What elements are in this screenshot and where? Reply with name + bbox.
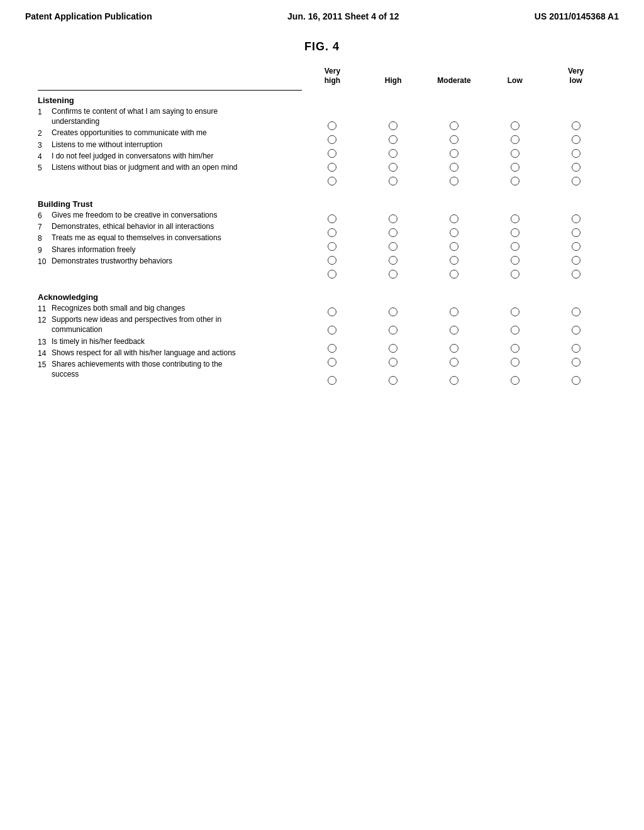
radio-circle[interactable]: [450, 149, 458, 158]
radio-circle[interactable]: [511, 163, 519, 172]
radio-circle[interactable]: [450, 256, 458, 265]
radio-circle[interactable]: [511, 242, 519, 251]
radio-circle[interactable]: [450, 270, 458, 279]
radio-circle[interactable]: [511, 149, 519, 158]
radio-circle[interactable]: [511, 228, 519, 237]
radio-circle[interactable]: [511, 307, 519, 316]
radio-circle[interactable]: [572, 270, 580, 279]
list-item: 3 Listens to me without interruption: [38, 140, 302, 150]
radio-circle[interactable]: [328, 256, 336, 265]
radio-circle[interactable]: [572, 326, 580, 335]
section-listening: Listening 1 Confirms te content of what …: [38, 90, 606, 188]
radio-circle[interactable]: [511, 135, 519, 144]
radio-circle[interactable]: [328, 177, 336, 185]
radio-circle[interactable]: [389, 376, 397, 385]
radio-circle[interactable]: [572, 376, 580, 385]
radio-circle[interactable]: [328, 242, 336, 251]
radio-circle[interactable]: [450, 344, 458, 353]
radio-circle[interactable]: [511, 177, 519, 185]
category-acknowledging: Acknowledging: [38, 287, 302, 303]
list-item: 4 I do not feel judged in conversatons w…: [38, 151, 302, 161]
radio-circle[interactable]: [572, 242, 580, 251]
category-building-trust: Building Trust: [38, 194, 302, 210]
radio-circle[interactable]: [389, 177, 397, 185]
radio-circle[interactable]: [389, 121, 397, 130]
list-item: 15 Shares achievements with those contri…: [38, 359, 302, 379]
radio-circle[interactable]: [389, 256, 397, 265]
radio-circle[interactable]: [389, 228, 397, 237]
list-item: 11 Recognizes both small and big changes: [38, 303, 302, 313]
list-item: 1 Confirms te content of what I am sayin…: [38, 106, 302, 126]
header-left: Patent Application Publication: [25, 11, 152, 21]
list-item: 14 Shows respect for all with his/her la…: [38, 348, 302, 358]
radio-circle[interactable]: [328, 326, 336, 335]
section-acknowledging: Acknowledging 11 Recognizes both small a…: [38, 287, 606, 392]
radio-circle[interactable]: [389, 307, 397, 316]
radio-circle[interactable]: [572, 135, 580, 144]
radio-circle[interactable]: [450, 326, 458, 335]
radio-circle[interactable]: [328, 135, 336, 144]
radio-circle[interactable]: [572, 149, 580, 158]
radio-circle[interactable]: [328, 214, 336, 223]
radio-circle[interactable]: [328, 228, 336, 237]
radio-circle[interactable]: [572, 344, 580, 353]
category-listening: Listening: [38, 91, 302, 106]
radio-circle[interactable]: [389, 358, 397, 367]
radio-circle[interactable]: [450, 135, 458, 144]
radio-circle[interactable]: [328, 376, 336, 385]
circles-building-trust: [302, 194, 606, 281]
radio-circle[interactable]: [511, 121, 519, 130]
radio-circle[interactable]: [328, 270, 336, 279]
col-header-very-high: Very high: [313, 66, 351, 87]
radio-circle[interactable]: [328, 149, 336, 158]
page-header: Patent Application Publication Jun. 16, …: [0, 0, 644, 21]
col-header-very-low: Very low: [557, 66, 595, 87]
radio-circle[interactable]: [572, 177, 580, 185]
radio-circle[interactable]: [389, 214, 397, 223]
radio-circle[interactable]: [389, 163, 397, 172]
main-content: Very high High Moderate Low Very low Lis…: [0, 66, 644, 392]
radio-circle[interactable]: [450, 228, 458, 237]
radio-circle[interactable]: [572, 163, 580, 172]
list-item: 7 Demonstrates, ethical behavior in all …: [38, 221, 302, 231]
header-right: US 2011/0145368 A1: [535, 11, 619, 21]
radio-circle[interactable]: [511, 376, 519, 385]
radio-circle[interactable]: [450, 163, 458, 172]
radio-circle[interactable]: [572, 121, 580, 130]
radio-circle[interactable]: [450, 307, 458, 316]
radio-circle[interactable]: [328, 121, 336, 130]
radio-circle[interactable]: [511, 214, 519, 223]
radio-circle[interactable]: [450, 214, 458, 223]
list-item: 6 Gives me freedom to be creative in con…: [38, 210, 302, 220]
radio-circle[interactable]: [572, 228, 580, 237]
radio-circle[interactable]: [572, 214, 580, 223]
radio-circle[interactable]: [389, 344, 397, 353]
radio-circle[interactable]: [511, 358, 519, 367]
radio-circle[interactable]: [389, 149, 397, 158]
radio-circle[interactable]: [389, 135, 397, 144]
radio-circle[interactable]: [450, 177, 458, 185]
radio-circle[interactable]: [328, 344, 336, 353]
radio-circle[interactable]: [328, 307, 336, 316]
radio-circle[interactable]: [450, 376, 458, 385]
radio-circle[interactable]: [450, 358, 458, 367]
radio-circle[interactable]: [572, 358, 580, 367]
header-center: Jun. 16, 2011 Sheet 4 of 12: [287, 11, 399, 21]
radio-circle[interactable]: [511, 344, 519, 353]
col-header-low: Low: [496, 66, 534, 87]
radio-circle[interactable]: [328, 163, 336, 172]
list-item: 13 Is timely in his/her feedback: [38, 336, 302, 346]
radio-circle[interactable]: [511, 256, 519, 265]
radio-circle[interactable]: [450, 121, 458, 130]
radio-circle[interactable]: [572, 307, 580, 316]
radio-circle[interactable]: [511, 326, 519, 335]
list-item: 8 Treats me as equal to themselves in co…: [38, 233, 302, 243]
figure-title: FIG. 4: [0, 40, 644, 53]
radio-circle[interactable]: [572, 256, 580, 265]
radio-circle[interactable]: [450, 242, 458, 251]
radio-circle[interactable]: [389, 242, 397, 251]
radio-circle[interactable]: [389, 270, 397, 279]
radio-circle[interactable]: [389, 326, 397, 335]
radio-circle[interactable]: [328, 358, 336, 367]
radio-circle[interactable]: [511, 270, 519, 279]
